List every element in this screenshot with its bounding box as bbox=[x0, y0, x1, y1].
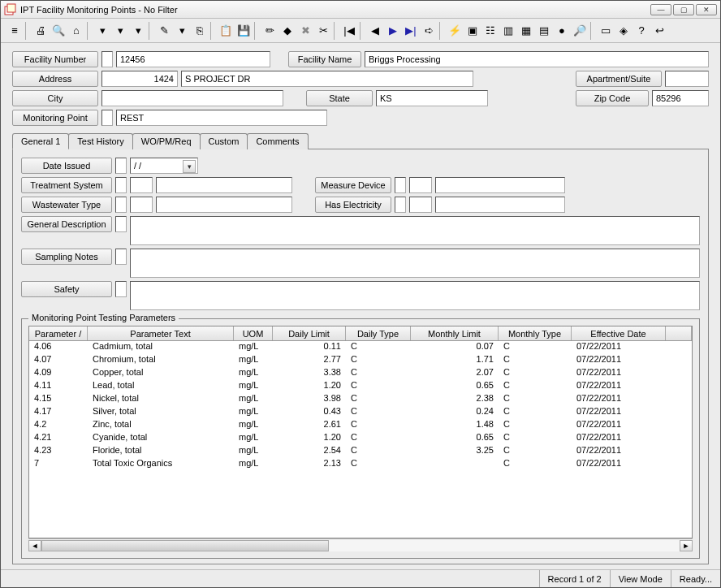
grid-col-header[interactable]: UOM bbox=[234, 326, 273, 340]
has-electricity-picker[interactable] bbox=[395, 197, 406, 213]
tab-comments[interactable]: Comments bbox=[247, 133, 308, 149]
scroll-left-icon[interactable]: ◄ bbox=[28, 540, 41, 551]
forward-icon[interactable]: ➪ bbox=[420, 22, 438, 40]
scroll-track[interactable] bbox=[41, 540, 680, 551]
table-row[interactable]: 4.2Zinc, totalmg/L2.61C1.48C07/22/2011 bbox=[29, 419, 692, 432]
has-electricity-text[interactable] bbox=[435, 197, 565, 213]
facility-name-field[interactable]: Briggs Processing bbox=[365, 51, 709, 67]
img-icon[interactable]: ▦ bbox=[517, 22, 535, 40]
monitoring-point-picker[interactable] bbox=[101, 110, 113, 126]
new-icon[interactable]: ✎ bbox=[155, 22, 173, 40]
note-icon[interactable]: ◆ bbox=[278, 22, 296, 40]
first-icon[interactable]: |◀ bbox=[340, 22, 358, 40]
tab-wo-pm-req[interactable]: WO/PM/Req bbox=[132, 133, 201, 149]
status-record: Record 1 of 2 bbox=[539, 570, 610, 587]
save-icon[interactable]: 💾 bbox=[235, 22, 253, 40]
table-row[interactable]: 4.07Chromium, totalmg/L2.77C1.71C07/22/2… bbox=[29, 354, 692, 367]
grid-col-header[interactable]: Monthly Limit bbox=[411, 326, 499, 340]
svg-rect-1 bbox=[7, 4, 15, 12]
grid-col-header[interactable]: Daily Type bbox=[346, 326, 411, 340]
facility-number-field[interactable]: 12456 bbox=[116, 51, 270, 67]
menu-icon[interactable]: ≡ bbox=[6, 22, 24, 40]
treatment-system-code[interactable] bbox=[130, 177, 153, 193]
state-field[interactable]: KS bbox=[376, 90, 488, 106]
scroll-thumb[interactable] bbox=[41, 540, 329, 551]
dropdown-icon[interactable]: ▾ bbox=[173, 22, 191, 40]
table-row[interactable]: 4.11Lead, totalmg/L1.20C0.65C07/22/2011 bbox=[29, 380, 692, 393]
calc-icon[interactable]: ▭ bbox=[597, 22, 615, 40]
book-icon[interactable]: ◈ bbox=[615, 22, 632, 40]
close-button[interactable]: ✕ bbox=[696, 4, 717, 15]
edit-icon[interactable]: ✏ bbox=[261, 22, 278, 40]
address-street-field[interactable]: S PROJECT DR bbox=[181, 71, 473, 87]
grid-col-header[interactable]: Effective Date bbox=[572, 326, 666, 340]
city-field[interactable] bbox=[101, 90, 283, 106]
wastewater-type-picker[interactable] bbox=[115, 197, 127, 213]
prev-icon[interactable]: ◀ bbox=[366, 22, 384, 40]
zip-code-field[interactable]: 85296 bbox=[652, 90, 709, 106]
grid-icon[interactable]: ▤ bbox=[535, 22, 553, 40]
wastewater-type-code[interactable] bbox=[130, 197, 153, 213]
grid-header[interactable]: Parameter /Parameter TextUOMDaily LimitD… bbox=[29, 326, 692, 341]
date-issued-field[interactable]: / / bbox=[130, 158, 198, 174]
help-icon[interactable]: ? bbox=[632, 22, 650, 40]
date-issued-picker[interactable] bbox=[115, 158, 127, 174]
table-row[interactable]: 4.17Silver, totalmg/L0.43C0.24C07/22/201… bbox=[29, 406, 692, 419]
home-icon[interactable]: ⌂ bbox=[67, 22, 85, 40]
chart-icon[interactable]: ▥ bbox=[499, 22, 517, 40]
grid-hscrollbar[interactable]: ◄ ► bbox=[28, 538, 693, 551]
maximize-button[interactable]: ▢ bbox=[673, 4, 694, 15]
table-row[interactable]: 4.09Copper, totalmg/L3.38C2.07C07/22/201… bbox=[29, 367, 692, 380]
dropdown-icon[interactable]: ▾ bbox=[129, 22, 147, 40]
last-icon[interactable]: ▶| bbox=[402, 22, 420, 40]
tab-general-1[interactable]: General 1 bbox=[12, 133, 69, 149]
filter-icon[interactable]: ▾ bbox=[111, 22, 129, 40]
grid-col-header[interactable]: Parameter / bbox=[29, 326, 88, 340]
table-row[interactable]: 7Total Toxic Organicsmg/L2.13CC07/22/201… bbox=[29, 458, 692, 471]
measure-device-code[interactable] bbox=[409, 177, 432, 193]
monitoring-point-field[interactable]: REST bbox=[116, 110, 327, 126]
safety-field[interactable] bbox=[130, 281, 700, 310]
print-preview-icon[interactable]: 🔍 bbox=[50, 22, 67, 40]
treatment-system-picker[interactable] bbox=[115, 177, 127, 193]
paste-icon[interactable]: 📋 bbox=[217, 22, 235, 40]
wastewater-type-text[interactable] bbox=[156, 197, 292, 213]
find-icon[interactable]: 🔎 bbox=[571, 22, 589, 40]
has-electricity-code[interactable] bbox=[409, 197, 432, 213]
general-description-picker[interactable] bbox=[115, 216, 127, 232]
apartment-suite-field[interactable] bbox=[665, 71, 709, 87]
grid-body[interactable]: 4.06Cadmium, totalmg/L0.11C0.07C07/22/20… bbox=[29, 341, 692, 538]
tab-test-history[interactable]: Test History bbox=[68, 133, 132, 149]
minimize-button[interactable]: — bbox=[650, 4, 671, 15]
bolt-icon[interactable]: ⚡ bbox=[446, 22, 464, 40]
scroll-right-icon[interactable]: ► bbox=[680, 540, 693, 551]
measure-device-text[interactable] bbox=[435, 177, 565, 193]
general-description-field[interactable] bbox=[130, 216, 700, 245]
exit-icon[interactable]: ↩ bbox=[650, 22, 668, 40]
dropdown-icon[interactable]: ▾ bbox=[93, 22, 111, 40]
next-icon[interactable]: ▶ bbox=[384, 22, 402, 40]
address-num-field[interactable]: 1424 bbox=[101, 71, 178, 87]
table-row[interactable]: 4.06Cadmium, totalmg/L0.11C0.07C07/22/20… bbox=[29, 341, 692, 354]
tab-custom[interactable]: Custom bbox=[200, 133, 248, 149]
table-row[interactable]: 4.21Cyanide, totalmg/L1.20C0.65C07/22/20… bbox=[29, 432, 692, 445]
delete-icon[interactable]: ✖ bbox=[296, 22, 314, 40]
globe-icon[interactable]: ● bbox=[553, 22, 571, 40]
grid-col-header[interactable]: Monthly Type bbox=[499, 326, 572, 340]
parameters-grid[interactable]: Parameter /Parameter TextUOMDaily LimitD… bbox=[28, 326, 693, 538]
treatment-system-text[interactable] bbox=[156, 177, 292, 193]
grid-col-header[interactable]: Daily Limit bbox=[273, 326, 346, 340]
table-row[interactable]: 4.15Nickel, totalmg/L3.98C2.38C07/22/201… bbox=[29, 393, 692, 406]
print-icon[interactable]: 🖨 bbox=[32, 22, 50, 40]
cut-icon[interactable]: ✂ bbox=[314, 22, 332, 40]
tree-icon[interactable]: ☷ bbox=[481, 22, 499, 40]
measure-device-picker[interactable] bbox=[395, 177, 406, 193]
sampling-notes-field[interactable] bbox=[130, 249, 700, 278]
form-icon[interactable]: ▣ bbox=[464, 22, 481, 40]
facility-number-picker[interactable] bbox=[101, 51, 113, 67]
safety-picker[interactable] bbox=[115, 281, 127, 297]
table-row[interactable]: 4.23Floride, totalmg/L2.54C3.25C07/22/20… bbox=[29, 445, 692, 458]
sampling-notes-picker[interactable] bbox=[115, 249, 127, 265]
grid-col-header[interactable]: Parameter Text bbox=[88, 326, 234, 340]
copy-icon[interactable]: ⎘ bbox=[191, 22, 209, 40]
